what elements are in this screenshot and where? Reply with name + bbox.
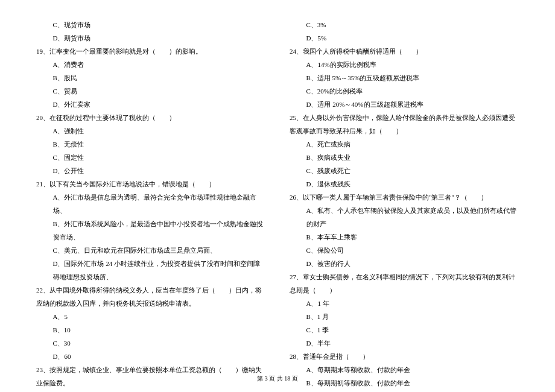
q26-option-c: C、保险公司 bbox=[290, 244, 519, 257]
q27-option-b: B、1 月 bbox=[290, 310, 519, 323]
q25: 25、在人身以外伤害保险中，保险人给付保险金的条件是被保险人必须因遭受客观事故而… bbox=[290, 111, 519, 138]
q21-option-b: B、外汇市场系统风险小，是最适合中国中小投资者地一个成熟地金融投资市场、 bbox=[36, 217, 265, 244]
q27-option-d: D、半年 bbox=[290, 337, 519, 350]
q25-option-d: D、退休或残疾 bbox=[290, 177, 519, 191]
q26-option-d: D、被害的行人 bbox=[290, 257, 519, 270]
q19: 19、汇率变化一个最重要的影响就是对（ ）的影响。 bbox=[36, 45, 265, 58]
q23-option-d: D、5% bbox=[290, 31, 519, 45]
q24-option-a: A、14%的实际比例税率 bbox=[290, 58, 519, 71]
q27: 27、章女士购买债券，在名义利率相同的情况下，下列对其比较有利的复利计息期是（ … bbox=[290, 270, 519, 297]
q23-option-a: A、6% bbox=[36, 390, 265, 392]
q24: 24、我国个人所得税中稿酬所得适用（ ） bbox=[290, 45, 519, 58]
q20-option-b: B、无偿性 bbox=[36, 138, 265, 151]
q21-option-c: C、美元、日元和欧元在国际外汇市场成三足鼎立局面、 bbox=[36, 244, 265, 257]
q20-option-d: D、公开性 bbox=[36, 164, 265, 177]
q18-option-d: D、期货市场 bbox=[36, 31, 265, 45]
q22-option-a: A、5 bbox=[36, 310, 265, 323]
q24-option-d: D、适用 20%～40%的三级超额累进税率 bbox=[290, 98, 519, 111]
q22-option-b: B、10 bbox=[36, 323, 265, 337]
q18-option-c: C、现货市场 bbox=[36, 18, 265, 31]
q20-option-a: A、强制性 bbox=[36, 124, 265, 138]
q24-option-c: C、20%的比例税率 bbox=[290, 84, 519, 98]
q22: 22、从中国境外取得所得的纳税义务人，应当在年度终了后（ ）日内，将应纳的税款缴… bbox=[36, 283, 265, 310]
q26-option-a: A、私有、个人承包车辆的被保险人及其家庭成员，以及他们所有或代管的财产 bbox=[290, 204, 519, 230]
q20: 20、在征税的过程中主要体现了税收的（ ） bbox=[36, 111, 265, 124]
q19-option-b: B、股民 bbox=[36, 71, 265, 84]
q20-option-c: C、固定性 bbox=[36, 151, 265, 164]
q23-option-c: C、3% bbox=[290, 18, 519, 31]
q28: 28、普通年金是指（ ） bbox=[290, 350, 519, 363]
q19-option-c: C、贸易 bbox=[36, 84, 265, 98]
q22-option-d: D、60 bbox=[36, 350, 265, 363]
q26-option-b: B、本车车上乘客 bbox=[290, 230, 519, 244]
right-column: C、3% D、5% 24、我国个人所得税中稿酬所得适用（ ） A、14%的实际比… bbox=[290, 18, 519, 392]
q27-option-c: C、1 季 bbox=[290, 323, 519, 337]
q19-option-a: A、消费者 bbox=[36, 58, 265, 71]
q25-option-c: C、残废或死亡 bbox=[290, 164, 519, 177]
page-footer: 第 3 页 共 18 页 bbox=[0, 373, 555, 385]
q25-option-b: B、疾病或失业 bbox=[290, 151, 519, 164]
q27-option-a: A、1 年 bbox=[290, 297, 519, 310]
q21-option-d: D、国际外汇市场 24 小时连续作业，为投资者提供了没有时间和空间障碍地理想投资… bbox=[36, 257, 265, 283]
q21: 21、以下有关当今国际外汇市场地说法中，错误地是（ ） bbox=[36, 177, 265, 191]
q25-option-a: A、死亡或疾病 bbox=[290, 138, 519, 151]
content-columns: C、现货市场 D、期货市场 19、汇率变化一个最重要的影响就是对（ ）的影响。 … bbox=[36, 18, 519, 392]
q22-option-c: C、30 bbox=[36, 337, 265, 350]
left-column: C、现货市场 D、期货市场 19、汇率变化一个最重要的影响就是对（ ）的影响。 … bbox=[36, 18, 265, 392]
q21-option-a: A、外汇市场是信息最为透明、最符合完全竞争市场理性规律地金融市场、 bbox=[36, 191, 265, 217]
q24-option-b: B、适用 5%～35%的五级超额累进税率 bbox=[290, 71, 519, 84]
q19-option-d: D、外汇卖家 bbox=[36, 98, 265, 111]
q26: 26、以下哪一类人属于车辆第三者责任保险中的"第三者"？（ ） bbox=[290, 191, 519, 204]
